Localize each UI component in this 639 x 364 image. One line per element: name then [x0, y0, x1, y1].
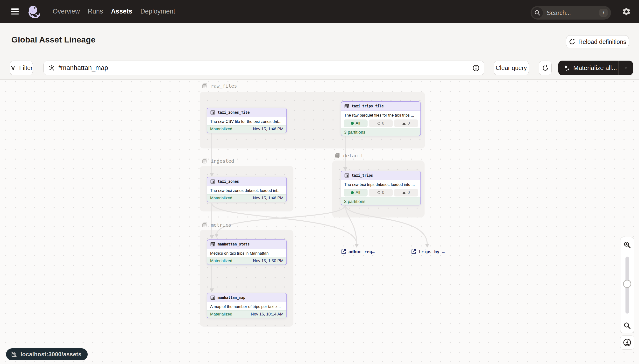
missing-ring-icon — [377, 191, 380, 194]
dagster-logo[interactable] — [27, 5, 41, 18]
asset-description: The raw taxi trips dataset, loaded into … — [341, 180, 420, 188]
partitions-count: 3 partitions — [341, 198, 420, 205]
page-header: Global Asset Lineage Reload definitions — [0, 23, 639, 55]
asset-description: A map of the number of trips per taxi z.… — [207, 302, 286, 310]
materialized-status: Materialized — [210, 258, 232, 263]
sparkle-icon — [563, 64, 570, 72]
asset-group-icon — [202, 83, 208, 89]
download-icon — [623, 338, 631, 347]
table-icon — [210, 110, 215, 115]
asset-node-taxi-trips[interactable]: taxi_trips The raw taxi trips dataset, l… — [341, 171, 421, 206]
lineage-canvas[interactable]: raw_files ingested default metrics taxi_… — [0, 80, 639, 364]
table-icon — [344, 104, 349, 109]
asset-name: taxi_zones_file — [218, 110, 249, 115]
missing-ring-icon — [377, 122, 380, 125]
partition-pill-failed[interactable]: 0 — [394, 120, 418, 127]
table-icon — [344, 173, 349, 178]
materialized-status: Materialized — [210, 196, 232, 200]
status-url: localhost:3000/assets — [21, 351, 81, 358]
filter-icon — [10, 65, 16, 71]
asset-name: taxi_trips_file — [352, 104, 383, 108]
partition-pill-missing[interactable]: 0 — [369, 120, 393, 127]
nav-deployment[interactable]: Deployment — [140, 8, 175, 15]
materialized-timestamp: Nov 15, 1:46 PM — [253, 127, 284, 132]
browser-status-bubble: localhost:3000/assets — [6, 348, 88, 360]
asset-node-taxi-zones-file[interactable]: taxi_zones_file The raw CSV file for the… — [207, 108, 287, 133]
materialized-dot-icon — [351, 122, 354, 125]
search-icon — [532, 7, 543, 18]
main-nav: Overview Runs Assets Deployment — [53, 0, 175, 23]
failed-triangle-icon — [402, 122, 406, 125]
search-input[interactable]: Search... / — [530, 6, 611, 20]
group-label-ingested: ingested — [202, 158, 234, 164]
table-icon — [210, 295, 215, 300]
asset-name: taxi_trips — [352, 173, 373, 178]
external-link-icon — [341, 248, 347, 254]
page-title: Global Asset Lineage — [11, 35, 96, 44]
zoom-slider-thumb[interactable] — [623, 280, 631, 288]
asset-node-taxi-zones[interactable]: taxi_zones The raw taxi zones dataset, l… — [207, 177, 287, 202]
dagster-app: Overview Runs Assets Deployment Search..… — [0, 0, 639, 364]
asset-node-manhattan-stats[interactable]: manhattan_stats Metrics on taxi trips in… — [207, 240, 287, 265]
materialized-status: Materialized — [210, 312, 232, 317]
group-label-metrics: metrics — [202, 222, 231, 228]
info-icon[interactable] — [472, 64, 480, 72]
asset-node-manhattan-map[interactable]: manhattan_map A map of the number of tri… — [207, 293, 287, 318]
asset-query-input[interactable] — [59, 64, 472, 72]
nav-assets[interactable]: Assets — [111, 8, 133, 15]
menu-icon[interactable] — [11, 8, 19, 14]
group-label-raw-files: raw_files — [202, 83, 237, 89]
asset-description: Metrics on taxi trips in Manhattan — [207, 249, 286, 257]
materialized-timestamp: Nov 16, 10:14 AM — [251, 312, 284, 317]
partition-pill-missing[interactable]: 0 — [369, 189, 393, 196]
asset-group-icon — [202, 158, 208, 164]
materialized-dot-icon — [351, 191, 354, 194]
asset-graph-icon — [49, 65, 55, 71]
zoom-out-button[interactable] — [620, 318, 634, 333]
refresh-icon — [542, 65, 549, 72]
asset-group-icon — [334, 152, 340, 159]
zoom-slider[interactable] — [620, 252, 634, 318]
search-shortcut-key: / — [599, 9, 607, 17]
asset-group-icon — [202, 222, 208, 228]
zoom-in-icon — [623, 241, 631, 248]
partition-pill-all[interactable]: All — [344, 120, 368, 127]
partition-health-row: All 0 0 — [341, 119, 420, 128]
filter-button[interactable]: Filter — [10, 60, 33, 75]
materialized-timestamp: Nov 15, 1:46 PM — [253, 196, 284, 200]
failed-triangle-icon — [402, 192, 406, 194]
partitions-count: 3 partitions — [341, 128, 420, 136]
external-link-icon — [411, 248, 417, 254]
nav-runs[interactable]: Runs — [88, 8, 103, 15]
reload-icon — [569, 38, 575, 45]
materialize-all-button[interactable]: Materialize all... — [558, 60, 633, 75]
asset-name: manhattan_map — [218, 296, 245, 300]
reload-definitions-button[interactable]: Reload definitions — [566, 35, 629, 48]
lineage-edges — [0, 80, 639, 364]
refresh-button[interactable] — [539, 60, 551, 75]
partition-health-row: All 0 0 — [341, 188, 420, 198]
top-navbar: Overview Runs Assets Deployment Search..… — [0, 0, 639, 23]
partition-pill-failed[interactable]: 0 — [394, 189, 418, 196]
asset-query-box — [44, 60, 484, 75]
asset-name: taxi_zones — [218, 179, 239, 184]
materialized-status: Materialized — [210, 127, 232, 132]
asset-description: The raw taxi zones dataset, loaded int..… — [207, 186, 286, 194]
settings-gear-icon[interactable] — [621, 6, 632, 17]
nav-overview[interactable]: Overview — [53, 8, 80, 15]
lineage-toolbar: Filter Clear query Materialize all... — [0, 55, 639, 80]
table-icon — [210, 242, 215, 247]
materialize-dropdown-caret[interactable] — [618, 60, 633, 75]
asset-description: The raw parquet files for the taxi trips… — [341, 111, 420, 119]
caret-down-icon — [623, 66, 628, 70]
insecure-lock-icon — [11, 351, 18, 358]
partition-pill-all[interactable]: All — [344, 189, 368, 196]
node-trips-by-week[interactable]: trips_by_… — [411, 248, 445, 254]
group-label-default: default — [334, 152, 363, 159]
zoom-in-button[interactable] — [620, 237, 634, 252]
asset-description: The raw CSV file for the taxi zones dat.… — [207, 117, 286, 125]
download-image-button[interactable] — [620, 336, 634, 350]
asset-node-taxi-trips-file[interactable]: taxi_trips_file The raw parquet files fo… — [341, 102, 421, 136]
node-adhoc-request[interactable]: adhoc_req… — [341, 248, 375, 254]
clear-query-button[interactable]: Clear query — [494, 60, 529, 75]
